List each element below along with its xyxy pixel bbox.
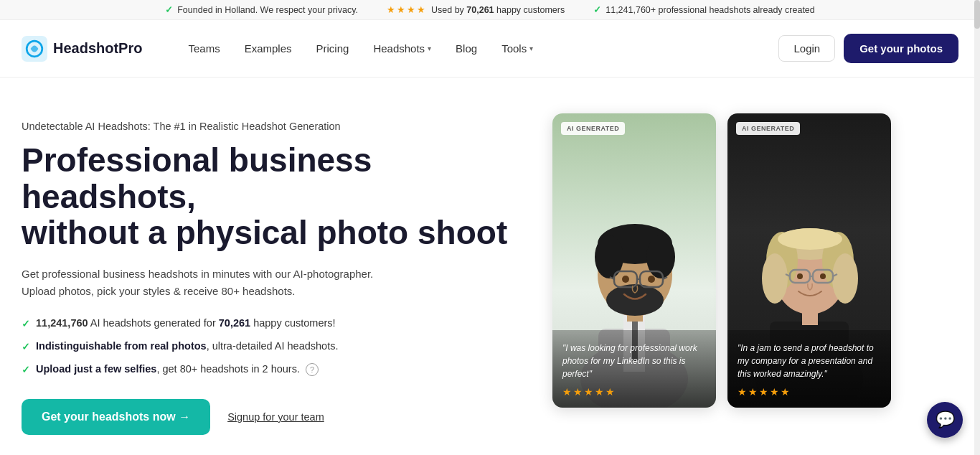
bullet3-bold: Upload just a few selfies — [36, 363, 156, 375]
hero-cta: Get your headshots now → Signup for your… — [22, 399, 524, 435]
hero-bullet-1: ✓ 11,241,760 AI headshots generated for … — [22, 316, 524, 332]
banner-customers-text: Used by 70,261 happy customers — [431, 5, 565, 15]
banner-headshots-text: 11,241,760+ professional headshots alrea… — [606, 5, 815, 15]
check-icon-2: ✓ — [22, 339, 30, 355]
hero-title: Professional business headshots, without… — [22, 142, 524, 251]
quote-text-2: "In a jam to send a prof headshot to my … — [738, 342, 881, 380]
headshots-dropdown-arrow: ▾ — [428, 44, 431, 52]
tools-dropdown-arrow: ▾ — [529, 44, 533, 52]
check-icon-headshots: ✓ — [593, 4, 601, 15]
get-photos-button[interactable]: Get your photos — [844, 34, 958, 63]
nav-pricing[interactable]: Pricing — [306, 37, 359, 60]
svg-point-26 — [762, 253, 788, 304]
get-headshots-button[interactable]: Get your headshots now → — [22, 399, 210, 435]
bullet-count-1: 11,241,760 — [36, 317, 88, 329]
hero-section: Undetectable AI Headshots: The #1 in Rea… — [0, 78, 980, 455]
ai-badge-1: AI GENERATED — [561, 122, 625, 135]
banner-privacy-text: Founded in Holland. We respect your priv… — [177, 5, 358, 15]
hero-title-line1: Professional business headshots, — [22, 141, 372, 215]
nav-links: Teams Examples Pricing Headshots ▾ Blog … — [178, 37, 778, 60]
top-banner: ✓ Founded in Holland. We respect your pr… — [0, 0, 980, 20]
check-icon-1: ✓ — [22, 316, 30, 332]
logo[interactable]: HeadshotPro — [22, 36, 142, 62]
chat-bubble[interactable]: 💬 — [927, 402, 963, 438]
help-icon[interactable]: ? — [306, 363, 319, 376]
quote-stars-2: ★★★★★ — [738, 386, 881, 398]
photo-quote-2: "In a jam to send a prof headshot to my … — [727, 330, 891, 408]
photo-card-2-inner: AI GENERATED — [727, 113, 891, 408]
hero-bullets: ✓ 11,241,760 AI headshots generated for … — [22, 316, 524, 377]
nav-tools[interactable]: Tools ▾ — [491, 37, 543, 60]
banner-item-customers: ★★★★ Used by 70,261 happy customers — [387, 4, 565, 15]
svg-point-11 — [606, 284, 664, 316]
logo-text: HeadshotPro — [53, 40, 142, 57]
hero-title-line2: without a physical photo shoot — [22, 214, 507, 251]
hero-description: Get professional business headshots in m… — [22, 266, 524, 300]
quote-stars-1: ★★★★★ — [562, 386, 706, 398]
ai-badge-2: AI GENERATED — [736, 122, 800, 135]
photo-quote-1: "I was looking for professional work pho… — [552, 330, 716, 408]
chat-icon: 💬 — [936, 411, 955, 429]
hero-left: Undetectable AI Headshots: The #1 in Rea… — [22, 113, 524, 435]
banner-item-privacy: ✓ Founded in Holland. We respect your pr… — [165, 4, 358, 15]
scrollbar[interactable] — [974, 0, 980, 455]
nav-teams[interactable]: Teams — [178, 37, 230, 60]
team-signup-button[interactable]: Signup for your team — [227, 411, 324, 423]
svg-point-27 — [832, 253, 858, 304]
svg-point-35 — [820, 273, 826, 279]
scrollbar-thumb[interactable] — [974, 0, 980, 29]
photo-card-1-inner: AI GENERATED — [552, 113, 716, 408]
navbar: HeadshotPro Teams Examples Pricing Heads… — [0, 20, 980, 78]
hero-bullet-2: ✓ Indistinguishable from real photos, ul… — [22, 339, 524, 355]
svg-point-34 — [797, 273, 803, 279]
check-icon-privacy: ✓ — [165, 4, 173, 15]
photo-card-1: AI GENERATED — [552, 113, 716, 408]
hero-subtitle: Undetectable AI Headshots: The #1 in Rea… — [22, 121, 524, 132]
banner-item-headshots: ✓ 11,241,760+ professional headshots alr… — [593, 4, 815, 15]
quote-text-1: "I was looking for professional work pho… — [562, 342, 706, 380]
hero-right: AI GENERATED — [552, 113, 891, 408]
check-icon-3: ✓ — [22, 362, 30, 377]
stars-icon: ★★★★ — [387, 4, 427, 15]
nav-actions: Login Get your photos — [778, 34, 958, 63]
nav-headshots[interactable]: Headshots ▾ — [363, 37, 441, 60]
nav-examples[interactable]: Examples — [235, 37, 302, 60]
logo-icon — [22, 36, 47, 62]
svg-point-28 — [778, 228, 842, 250]
bullet2-bold: Indistinguishable from real photos — [36, 340, 207, 352]
photo-card-2: AI GENERATED — [727, 113, 891, 408]
svg-point-18 — [648, 276, 655, 283]
hero-bullet-3: ✓ Upload just a few selfies, get 80+ hea… — [22, 362, 524, 377]
nav-blog[interactable]: Blog — [446, 37, 487, 60]
svg-point-17 — [622, 276, 629, 283]
login-button[interactable]: Login — [778, 35, 835, 62]
